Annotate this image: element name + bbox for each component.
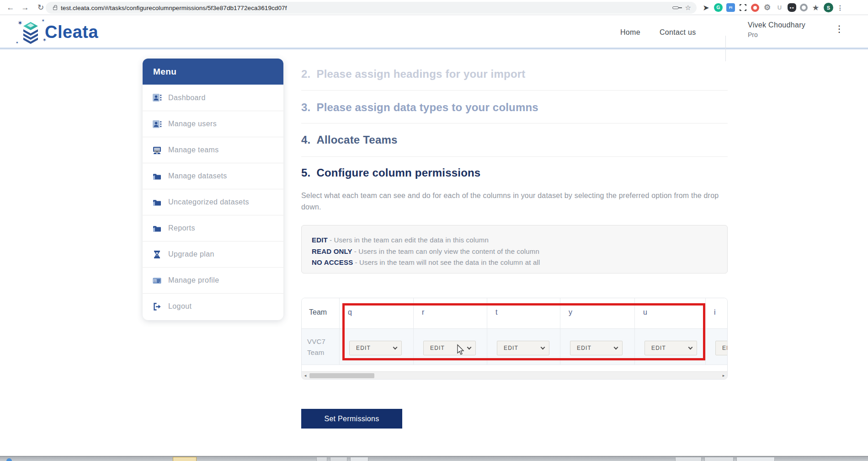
sidebar-item-uncategorized-datasets[interactable]: Uncategorized datasets	[143, 189, 283, 215]
sidebar-item-manage-users[interactable]: Manage users	[143, 111, 283, 137]
permission-cell-y: EDIT	[560, 328, 635, 365]
extension-pin-icon[interactable]: ●●	[788, 3, 796, 12]
sidebar-menu: Menu Dashboard Manage users Manage teams…	[143, 59, 283, 320]
scroll-left-icon[interactable]: ◂	[302, 373, 309, 378]
chevron-down-icon	[467, 345, 472, 349]
sidebar-item-reports[interactable]: Reports	[143, 215, 283, 241]
permissions-table: Team q r t y u i VVC7 Team EDIT EDIT EDI…	[301, 298, 728, 380]
extension-spiral-icon[interactable]	[751, 4, 759, 12]
sidebar-header: Menu	[143, 59, 283, 85]
taskbar-window-button	[675, 457, 702, 461]
permission-cell-u: EDIT	[635, 328, 706, 365]
sparkle-icon: ✶	[43, 37, 47, 43]
sidebar-item-logout[interactable]: Logout	[143, 293, 283, 319]
step-heading-2: 2.Please assign headings for your import	[301, 68, 525, 80]
sidebar-item-upgrade-plan[interactable]: Upgrade plan	[143, 241, 283, 267]
header-kebab-icon[interactable]: ⋮	[835, 27, 844, 31]
extension-magnet-icon[interactable]: U	[775, 3, 784, 12]
taskbar-window-button	[316, 457, 327, 461]
password-key-icon[interactable]	[672, 6, 679, 9]
taskbar-window-button	[330, 457, 347, 461]
sidebar-item-manage-profile[interactable]: Manage profile	[143, 267, 283, 293]
permission-select-u[interactable]: EDIT	[644, 341, 697, 355]
folder-icon	[152, 198, 162, 207]
sidebar-item-label: Reports	[168, 224, 195, 232]
sparkle-icon: ✶	[41, 18, 45, 23]
legend-no-access: NO ACCESS- Users in the team will not se…	[312, 257, 727, 268]
id-card-icon	[152, 276, 162, 285]
browser-profile-avatar[interactable]: S	[824, 3, 833, 12]
scrollbar-thumb[interactable]	[309, 373, 374, 378]
lock-icon	[53, 7, 57, 10]
team-header-cell: Team	[302, 298, 340, 328]
extensions-row: ➤ G FI ⚙ U ●● ★ S ⋮	[702, 0, 843, 15]
sidebar-item-label: Manage datasets	[168, 172, 227, 180]
sidebar-item-label: Manage teams	[168, 146, 219, 154]
section-divider	[301, 156, 728, 157]
page: ← → ↻ test.cleata.com/#/tasks/configurec…	[0, 0, 868, 461]
nav-home[interactable]: Home	[620, 28, 640, 37]
step-heading-4: 4.Allocate Teams	[301, 134, 398, 146]
taskbar-window-button	[736, 457, 775, 461]
permission-cell-q: EDIT	[340, 328, 414, 365]
step-heading-3: 3.Please assign data types to your colum…	[301, 101, 538, 114]
extension-gear-icon[interactable]: ⚙	[763, 3, 772, 12]
chevron-down-icon	[688, 345, 693, 349]
permission-select-i[interactable]: EDIT	[715, 341, 728, 355]
extensions-puzzle-icon[interactable]: ★	[811, 3, 820, 12]
sparkle-icon: ✶	[17, 19, 23, 27]
user-block[interactable]: Vivek Choudhary Pro	[748, 21, 805, 38]
column-header-y: y	[560, 298, 635, 328]
column-header-t: t	[487, 298, 560, 328]
folder-icon	[152, 224, 162, 233]
extension-fi-icon[interactable]: FI	[726, 3, 735, 12]
horizontal-scrollbar[interactable]: ◂ ▸	[302, 371, 727, 379]
chevron-down-icon	[541, 345, 545, 349]
folder-icon	[152, 172, 162, 181]
bookmark-star-icon[interactable]: ☆	[685, 4, 691, 12]
permission-select-t[interactable]: EDIT	[497, 341, 549, 355]
extension-grammarly-icon[interactable]: G	[714, 3, 723, 12]
nav-contact-us[interactable]: Contact us	[660, 28, 696, 37]
extension-circle-icon[interactable]	[800, 4, 808, 11]
browser-menu-kebab-icon[interactable]: ⋮	[837, 4, 843, 11]
sidebar-item-manage-datasets[interactable]: Manage datasets	[143, 163, 283, 189]
column-header-r: r	[414, 298, 487, 328]
header-divider	[725, 36, 726, 61]
logout-icon	[152, 302, 162, 311]
sidebar-item-label: Manage users	[168, 120, 217, 128]
sidebar-item-dashboard[interactable]: Dashboard	[143, 85, 283, 111]
permission-cell-r: EDIT	[414, 328, 487, 365]
extension-arrow-icon[interactable]: ➤	[702, 3, 710, 12]
address-bar[interactable]: test.cleata.com/#/tasks/configurecolumnp…	[46, 2, 697, 14]
sidebar-item-label: Manage profile	[168, 276, 219, 284]
app-header: ✶ ✶ ✶ ✶ Cleata Home Contact us Vivek Cho…	[0, 16, 868, 49]
user-card-icon	[152, 119, 162, 129]
sidebar-item-manage-teams[interactable]: Manage teams	[143, 137, 283, 163]
legend-box: EDIT- Users in the team can edit the dat…	[301, 225, 728, 273]
permissions-description: Select what each team can see and do for…	[301, 190, 731, 213]
team-row-cell: VVC7 Team	[302, 328, 340, 365]
column-header-u: u	[635, 298, 706, 328]
taskbar-app-icon	[6, 458, 12, 461]
hourglass-icon	[152, 250, 162, 259]
set-permissions-button[interactable]: Set Permissions	[301, 409, 402, 429]
column-header-q: q	[340, 298, 414, 328]
url-text[interactable]: test.cleata.com/#/tasks/configurecolumnp…	[61, 5, 669, 11]
permission-select-y[interactable]: EDIT	[570, 341, 623, 355]
brand-name: Cleata	[45, 22, 98, 42]
sidebar-item-label: Uncategorized datasets	[168, 198, 249, 206]
chevron-down-icon	[393, 345, 398, 349]
team-icon	[152, 145, 162, 155]
sidebar-item-label: Dashboard	[168, 94, 206, 102]
section-divider	[301, 90, 728, 91]
taskbar-sliver	[0, 456, 868, 461]
scroll-right-icon[interactable]: ▸	[720, 373, 727, 378]
chevron-down-icon	[614, 345, 618, 349]
permission-select-q[interactable]: EDIT	[349, 341, 402, 355]
permission-select-r[interactable]: EDIT	[423, 341, 476, 355]
cleata-logo[interactable]: ✶ ✶ ✶ ✶ Cleata	[17, 18, 98, 46]
browser-back-icon[interactable]: ←	[4, 0, 17, 15]
browser-forward-icon[interactable]: →	[18, 0, 32, 15]
extension-screenshot-icon[interactable]	[739, 3, 747, 12]
